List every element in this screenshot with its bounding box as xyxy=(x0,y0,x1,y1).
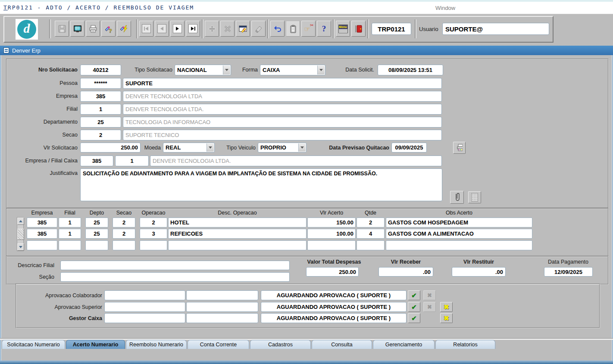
cell-vlr-acerto[interactable]: 100.00 xyxy=(307,229,356,239)
cell-depto[interactable]: 25 xyxy=(85,218,108,227)
cell-secao[interactable]: 2 xyxy=(113,218,135,227)
empresa-code-field[interactable]: 385 xyxy=(80,91,121,102)
enter-query-button[interactable] xyxy=(236,21,250,37)
cell-vlr-acerto[interactable] xyxy=(307,240,356,250)
cell-empresa[interactable]: 385 xyxy=(27,229,57,239)
cell-qtde[interactable] xyxy=(357,240,385,250)
wizard-run-button[interactable] xyxy=(117,21,131,37)
help-button[interactable]: ? xyxy=(317,21,331,37)
filial-caixa-field[interactable]: 1 xyxy=(115,156,149,166)
approve-gestor-button[interactable]: ✔ xyxy=(408,313,420,323)
cell-filial[interactable]: 1 xyxy=(59,218,81,227)
dropdown-arrow-icon[interactable] xyxy=(206,143,214,152)
cell-operacao[interactable]: 2 xyxy=(140,218,167,227)
secao-desc-field[interactable] xyxy=(60,272,290,282)
pessoa-code-field[interactable]: ****** xyxy=(80,78,121,89)
usuario-field[interactable]: SUPORTE@ xyxy=(442,23,549,35)
scroll-up-button[interactable] xyxy=(17,218,24,225)
cell-desc-operacao[interactable]: REFEICOES xyxy=(168,229,306,239)
menu-button[interactable]: Menu xyxy=(336,21,350,37)
cell-depto[interactable] xyxy=(85,240,108,250)
cell-operacao[interactable]: 3 xyxy=(140,229,167,239)
nav-last-button[interactable] xyxy=(186,21,200,37)
cell-empresa[interactable]: 385 xyxy=(27,218,57,227)
justificativa-textarea[interactable]: SOLICITAÇÃO DE ADIANTAMENTO PARA A VIAGE… xyxy=(80,168,442,201)
empresa-caixa-field[interactable]: 385 xyxy=(80,156,113,166)
erp-window-titlebar[interactable]: Denver Erp xyxy=(0,46,613,55)
cancel-gestor-button[interactable]: ✖ xyxy=(440,313,453,323)
nav-prev-button[interactable] xyxy=(155,21,169,37)
tab-reembolso-numerario[interactable]: Reembolso Numerario xyxy=(126,340,187,349)
tab-consulta[interactable]: Consulta xyxy=(312,340,372,349)
cell-depto[interactable]: 25 xyxy=(85,229,108,239)
aprovacao-superior-date-field[interactable] xyxy=(186,302,258,312)
gestor-caixa-user-field[interactable] xyxy=(104,313,185,323)
wizard-help-button[interactable]: ? xyxy=(101,21,116,37)
delete-record-button[interactable] xyxy=(220,21,235,37)
attach-image-button[interactable] xyxy=(468,191,481,203)
scroll-down-button[interactable] xyxy=(17,243,24,251)
vlr-solicitacao-field[interactable]: 250.00 xyxy=(80,143,141,152)
dropdown-arrow-icon[interactable] xyxy=(223,65,230,75)
execute-query-button[interactable] xyxy=(251,21,266,37)
print-request-button[interactable] xyxy=(453,142,466,154)
tipo-solicitacao-select[interactable]: NACIONAL xyxy=(175,65,231,75)
undo-button[interactable] xyxy=(270,21,285,37)
aprovacao-superior-user-field[interactable] xyxy=(104,302,185,312)
cell-obs-acerto[interactable] xyxy=(386,240,532,250)
dropdown-arrow-icon[interactable] xyxy=(317,65,325,75)
save-button[interactable] xyxy=(55,21,69,37)
dropdown-arrow-icon[interactable] xyxy=(298,143,306,152)
cell-secao[interactable]: 2 xyxy=(113,229,135,239)
cell-empresa[interactable] xyxy=(27,240,57,250)
data-pagamento-field[interactable]: 12/09/2025 xyxy=(544,267,593,277)
pessoa-name-field[interactable]: SUPORTE xyxy=(123,78,442,89)
scroll-thumb[interactable] xyxy=(17,229,24,240)
cell-filial[interactable]: 1 xyxy=(59,229,81,239)
moeda-select[interactable]: REAL xyxy=(163,143,215,152)
attach-file-button[interactable] xyxy=(450,191,464,204)
tab-conta-corrente[interactable]: Conta Corrente xyxy=(188,340,249,349)
cell-filial[interactable] xyxy=(59,240,81,250)
cell-qtde[interactable]: 2 xyxy=(357,218,385,227)
tipo-veiculo-select[interactable]: PROPRIO xyxy=(258,143,306,152)
exit-button[interactable] xyxy=(351,21,366,37)
cell-operacao[interactable] xyxy=(140,240,167,250)
cell-secao[interactable] xyxy=(113,240,135,250)
data-solicit-field[interactable]: 08/09/2025 13:51 xyxy=(378,65,443,75)
tab-solicitacao-numerario[interactable]: Solicitacao Numerario xyxy=(2,340,65,349)
cell-desc-operacao[interactable]: HOTEL xyxy=(168,218,306,227)
cell-qtde[interactable]: 4 xyxy=(357,229,385,239)
cell-obs-acerto[interactable]: GASTOS COM HOSPEDAGEM xyxy=(386,218,532,227)
forma-select[interactable]: CAIXA xyxy=(260,65,325,75)
tab-acerto-numerario[interactable]: Acerto Numerario xyxy=(66,340,125,349)
grid-scrollbar[interactable] xyxy=(17,217,24,251)
menu-window[interactable]: Window xyxy=(435,5,455,11)
nav-first-button[interactable] xyxy=(139,21,153,37)
approve-colaborador-button[interactable]: ✔ xyxy=(408,290,420,300)
filial-code-field[interactable]: 1 xyxy=(80,104,121,115)
approve-superior-button[interactable]: ✔ xyxy=(408,302,420,312)
reject-colaborador-button-disabled[interactable]: ✖ xyxy=(423,290,436,300)
nro-solicitacao-field[interactable]: 40212 xyxy=(80,65,121,75)
clipboard-button[interactable] xyxy=(286,21,300,37)
data-previsao-quitacao-field[interactable]: 09/09/2025 xyxy=(391,143,427,152)
departamento-code-field[interactable]: 25 xyxy=(80,117,121,128)
reject-superior-button-disabled[interactable]: ✖ xyxy=(423,302,436,312)
aprovacao-colaborador-user-field[interactable] xyxy=(104,290,185,300)
cut-button[interactable]: ☞ ✂ xyxy=(301,21,316,37)
gestor-caixa-date-field[interactable] xyxy=(186,313,258,323)
aprovacao-colaborador-date-field[interactable] xyxy=(186,290,258,300)
screen-button[interactable] xyxy=(70,21,84,37)
tab-relatorios[interactable]: Relatorios xyxy=(435,340,495,349)
descricao-filial-field[interactable] xyxy=(60,261,290,270)
nav-next-button[interactable] xyxy=(170,21,185,37)
tab-gerenciamento[interactable]: Gerenciamento xyxy=(373,340,435,349)
cancel-superior-button[interactable]: ✖ xyxy=(440,302,453,312)
cell-desc-operacao[interactable] xyxy=(168,240,306,250)
add-record-button[interactable] xyxy=(205,21,219,37)
secao-code-field[interactable]: 2 xyxy=(80,130,121,140)
cell-obs-acerto[interactable]: GASTOS COM A ALIMENTACAO xyxy=(386,229,532,239)
tab-cadastros[interactable]: Cadastros xyxy=(250,340,311,349)
program-code-field[interactable]: TRP0121 xyxy=(372,23,411,35)
